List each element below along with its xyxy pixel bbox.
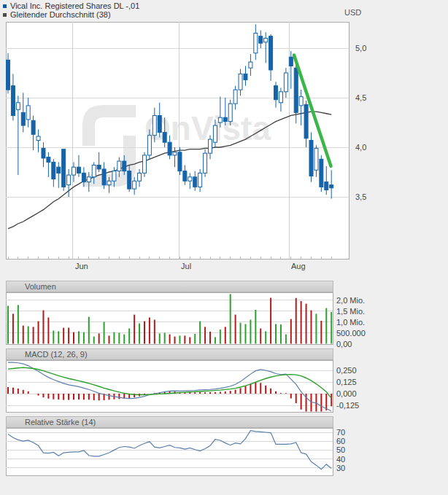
volume-axis-label: 0,00 [336,340,352,348]
volume-axis-label: 1,5 Mio. [336,307,365,316]
month-label: Jun [75,262,88,270]
stock-chart-app: Vical Inc. Registered Shares DL -,01 Gle… [0,0,448,495]
macd-axis-label: -0,125 [336,401,359,410]
price-axis-label: 4,0 [355,143,366,152]
price-axis-label: 3,5 [355,192,366,201]
volume-panel-title: Volumen [25,282,56,291]
price-axis-label: 5,0 [355,44,366,52]
rsi-axis-label: 70 [336,428,345,437]
macd-axis-label: 0,000 [336,389,357,398]
rsi-panel-title: Relative Stärke (14) [25,418,96,426]
price-axis-label: 4,5 [355,93,366,102]
volume-axis-label: 500.000 [336,329,366,338]
macd-axis-label: 0,125 [336,378,357,386]
month-label: Aug [291,262,306,270]
rsi-panel-header: Relative Stärke (14) [6,416,333,428]
month-label: Jul [181,262,191,270]
rsi-axis-label: 30 [336,464,345,472]
macd-panel-title: MACD (12, 26, 9) [25,350,88,359]
macd-panel-header: MACD (12, 26, 9) [6,348,333,360]
volume-panel-header: Volumen [6,281,333,292]
rsi-axis-label: 60 [336,437,345,445]
rsi-axis-label: 40 [336,455,345,464]
rsi-axis-label: 50 [336,445,345,454]
macd-axis-label: 0,250 [336,366,357,375]
volume-axis-label: 2,0 Mio. [336,296,365,305]
volume-axis-label: 1,0 Mio. [336,318,365,327]
